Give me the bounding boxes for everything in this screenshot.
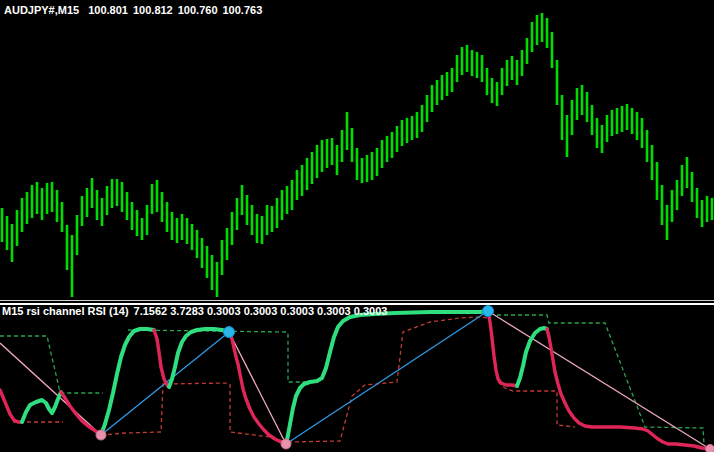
chart-title: AUDJPY#,M15100.801100.812100.760100.763 <box>4 4 267 16</box>
panel-divider-line[interactable] <box>0 300 714 301</box>
swing-high-dot <box>224 327 235 338</box>
swing-low-dot <box>706 445 714 452</box>
indicator-values: 7.1562 3.7283 0.3003 0.3003 0.3003 0.300… <box>134 305 388 317</box>
swing-low-dot <box>96 430 106 440</box>
price-close: 100.763 <box>223 4 263 16</box>
swing-low-dot <box>281 439 291 449</box>
panel-divider-handle[interactable] <box>0 303 714 305</box>
price-low: 100.760 <box>178 4 218 16</box>
indicator-title: M15 rsi channel RSI (14)7.1562 3.7283 0.… <box>2 305 392 317</box>
mt4-chart-window: { "window": { "background": "#000000" },… <box>0 0 714 452</box>
price-open: 100.801 <box>88 4 128 16</box>
chart-canvas[interactable] <box>0 0 714 452</box>
chart-symbol-period: AUDJPY#,M15 <box>4 4 79 16</box>
swing-high-dot <box>483 306 494 317</box>
price-high: 100.812 <box>133 4 173 16</box>
indicator-name: M15 rsi channel RSI (14) <box>2 305 129 317</box>
